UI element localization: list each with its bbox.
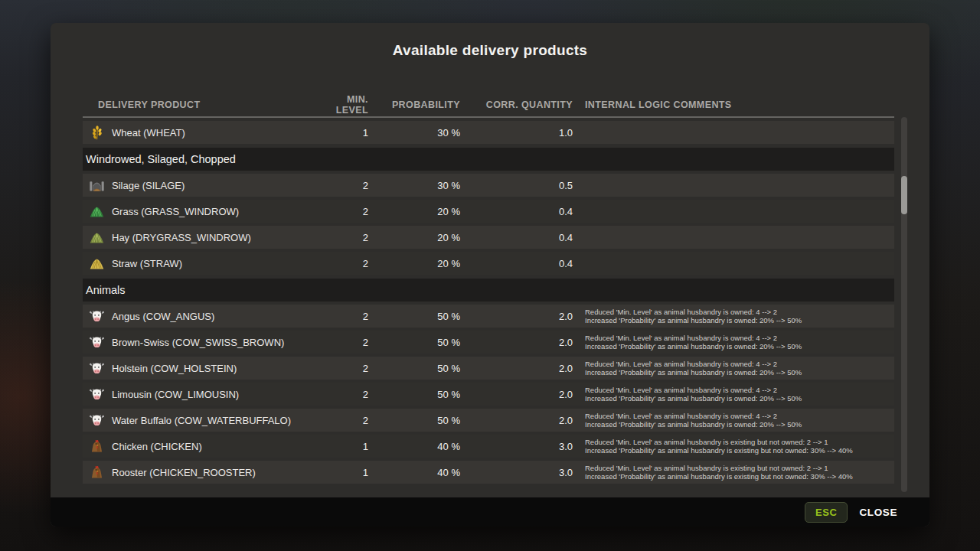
corr-quantity-value: 0.4 — [460, 206, 573, 217]
table-header-row: DELIVERY PRODUCT MIN. LEVEL PROBABILITY … — [83, 93, 894, 118]
min-level-value: 1 — [312, 467, 368, 478]
product-name: Grass (GRASS_WINDROW) — [112, 206, 239, 217]
probability-value: 40 % — [368, 467, 460, 478]
column-header-delivery-product: DELIVERY PRODUCT — [83, 99, 312, 110]
table-row: Water Buffalo (COW_WATERBUFFALO) 2 50 % … — [83, 409, 894, 432]
product-icon — [89, 178, 105, 194]
product-name: Chicken (CHICKEN) — [112, 441, 202, 452]
scrollbar-thumb[interactable] — [901, 176, 907, 214]
product-icon — [89, 256, 105, 272]
product-name: Straw (STRAW) — [112, 258, 182, 269]
min-level-value: 2 — [312, 415, 368, 426]
internal-logic-comments: Reduced 'Min. Level' as animal husbandry… — [573, 334, 894, 351]
probability-value: 40 % — [368, 441, 460, 452]
delivery-products-table: DELIVERY PRODUCT MIN. LEVEL PROBABILITY … — [83, 93, 894, 514]
min-level-value: 2 — [312, 337, 368, 348]
min-level-value: 2 — [312, 389, 368, 400]
dialog-footer: ESC CLOSE — [51, 497, 929, 527]
internal-logic-comments: Reduced 'Min. Level' as animal husbandry… — [573, 360, 894, 377]
scrollbar[interactable] — [901, 117, 907, 492]
corr-quantity-value: 2.0 — [460, 337, 573, 348]
product-name: Holstein (COW_HOLSTEIN) — [112, 363, 237, 374]
corr-quantity-value: 2.0 — [460, 311, 573, 322]
product-name: Water Buffalo (COW_WATERBUFFALO) — [112, 415, 291, 426]
corr-quantity-value: 0.5 — [460, 180, 573, 191]
product-icon — [89, 125, 105, 141]
min-level-value: 2 — [312, 363, 368, 374]
product-icon — [89, 308, 105, 324]
product-name: Limousin (COW_LIMOUSIN) — [112, 389, 239, 400]
product-icon — [89, 465, 105, 481]
min-level-value: 2 — [312, 232, 368, 243]
dialog-title: Available delivery products — [51, 42, 929, 59]
probability-value: 50 % — [368, 415, 460, 426]
table-row: Silage (SILAGE) 2 30 % 0.5 — [83, 174, 894, 197]
esc-key-button[interactable]: ESC — [805, 502, 848, 523]
table-row: Grass (GRASS_WINDROW) 2 20 % 0.4 — [83, 200, 894, 223]
internal-logic-comments: Reduced 'Min. Level' as animal husbandry… — [573, 386, 894, 403]
probability-value: 50 % — [368, 389, 460, 400]
table-row: Rooster (CHICKEN_ROOSTER) 1 40 % 3.0 Red… — [83, 461, 894, 484]
product-icon — [89, 439, 105, 455]
table-row: Holstein (COW_HOLSTEIN) 2 50 % 2.0 Reduc… — [83, 357, 894, 380]
column-header-min-level: MIN. LEVEL — [312, 94, 368, 116]
table-row: Chicken (CHICKEN) 1 40 % 3.0 Reduced 'Mi… — [83, 435, 894, 458]
table-row: Brown-Swiss (COW_SWISS_BROWN) 2 50 % 2.0… — [83, 331, 894, 354]
probability-value: 20 % — [368, 258, 460, 269]
product-name: Silage (SILAGE) — [112, 180, 185, 191]
table-body: Wheat (WHEAT) 1 30 % 1.0 Windrowed, Sila… — [83, 121, 894, 484]
product-icon — [89, 386, 105, 403]
section-label: Windrowed, Silaged, Chopped — [86, 153, 236, 165]
table-row: Hay (DRYGRASS_WINDROW) 2 20 % 0.4 — [83, 226, 894, 249]
product-name: Angus (COW_ANGUS) — [112, 311, 214, 322]
table-row: Limousin (COW_LIMOUSIN) 2 50 % 2.0 Reduc… — [83, 383, 894, 406]
product-name: Rooster (CHICKEN_ROOSTER) — [112, 467, 256, 478]
product-icon — [89, 412, 105, 429]
min-level-value: 2 — [312, 180, 368, 191]
table-row: Straw (STRAW) 2 20 % 0.4 — [83, 252, 894, 275]
corr-quantity-value: 0.4 — [460, 258, 573, 269]
corr-quantity-value: 3.0 — [460, 467, 573, 478]
table-row: Angus (COW_ANGUS) 2 50 % 2.0 Reduced 'Mi… — [83, 305, 894, 328]
product-name: Wheat (WHEAT) — [112, 127, 185, 139]
corr-quantity-value: 2.0 — [460, 415, 573, 426]
min-level-value: 1 — [312, 441, 368, 452]
corr-quantity-value: 2.0 — [460, 363, 573, 374]
min-level-value: 1 — [312, 127, 368, 139]
product-icon — [89, 360, 105, 377]
corr-quantity-value: 2.0 — [460, 389, 573, 400]
table-row: Wheat (WHEAT) 1 30 % 1.0 — [83, 121, 894, 144]
product-name: Brown-Swiss (COW_SWISS_BROWN) — [112, 337, 284, 348]
internal-logic-comments: Reduced 'Min. Level' as animal husbandry… — [573, 464, 894, 481]
min-level-value: 2 — [312, 311, 368, 322]
corr-quantity-value: 3.0 — [460, 441, 573, 452]
probability-value: 20 % — [368, 232, 460, 243]
corr-quantity-value: 1.0 — [460, 127, 573, 139]
column-header-internal-logic-comments: INTERNAL LOGIC COMMENTS — [573, 99, 894, 110]
probability-value: 50 % — [368, 363, 460, 374]
min-level-value: 2 — [312, 258, 368, 269]
section-header: Animals — [83, 279, 894, 302]
close-button[interactable]: CLOSE — [859, 507, 897, 518]
probability-value: 30 % — [368, 180, 460, 191]
min-level-value: 2 — [312, 206, 368, 217]
internal-logic-comments: Reduced 'Min. Level' as animal husbandry… — [573, 412, 894, 429]
product-icon — [89, 230, 105, 246]
probability-value: 50 % — [368, 337, 460, 348]
probability-value: 30 % — [368, 127, 460, 139]
internal-logic-comments: Reduced 'Min. Level' as animal husbandry… — [573, 438, 894, 455]
probability-value: 50 % — [368, 311, 460, 322]
probability-value: 20 % — [368, 206, 460, 217]
corr-quantity-value: 0.4 — [460, 232, 573, 243]
column-header-probability: PROBABILITY — [368, 99, 460, 110]
column-header-corr-quantity: CORR. QUANTITY — [460, 99, 573, 110]
section-label: Animals — [86, 284, 126, 296]
internal-logic-comments: Reduced 'Min. Level' as animal husbandry… — [573, 308, 894, 325]
product-icon — [89, 334, 105, 350]
product-icon — [89, 204, 105, 220]
product-name: Hay (DRYGRASS_WINDROW) — [112, 232, 251, 243]
section-header: Windrowed, Silaged, Chopped — [83, 148, 894, 171]
delivery-products-dialog: Available delivery products DELIVERY PRO… — [51, 23, 929, 527]
